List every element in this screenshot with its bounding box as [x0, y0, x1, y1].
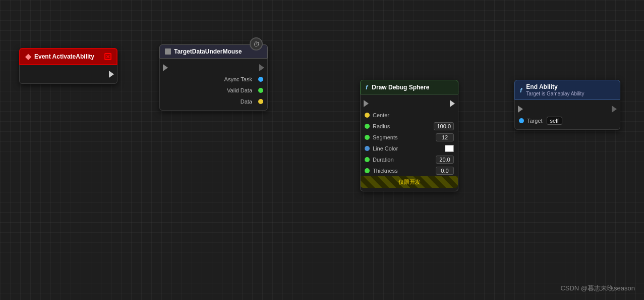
node-end-ability[interactable]: f End Ability Target is Gameplay Ability… — [514, 80, 620, 130]
sphere-exec-row — [361, 97, 458, 110]
node-event-title: Event ActivateAbility — [34, 53, 94, 60]
target-pin[interactable] — [519, 118, 524, 123]
thickness-label: Thickness — [373, 168, 398, 174]
node-sphere-body: Center Radius 100.0 Segments 12 Line Col… — [360, 94, 458, 191]
node-sphere-title: Draw Debug Sphere — [372, 84, 429, 91]
target-exec-in[interactable] — [160, 64, 168, 71]
watermark: CSDN @暮志未晚season — [560, 284, 635, 293]
center-pin[interactable] — [365, 113, 370, 118]
thickness-pin-row: Thickness 0.0 — [361, 165, 458, 176]
radius-pin-row: Radius 100.0 — [361, 121, 458, 132]
exec-out-arrow-outline — [259, 64, 264, 71]
node-end-body: Target self — [514, 100, 620, 130]
target-exec-out[interactable] — [259, 64, 267, 71]
node-target-body: Async Task Valid Data Data — [159, 59, 268, 111]
sphere-exec-out-arrow — [450, 100, 455, 107]
node-event-activate-ability[interactable]: ◆ Event ActivateAbility — [19, 48, 118, 84]
end-func-icon: f — [520, 86, 522, 94]
segments-pin-row: Segments 12 — [361, 132, 458, 143]
event-diamond-icon: ◆ — [25, 52, 31, 61]
data-pin-row: Data — [160, 96, 267, 107]
clock-badge: ⏱ — [250, 37, 263, 51]
radius-value[interactable]: 100.0 — [434, 122, 454, 130]
duration-pin-row: Duration 20.0 — [361, 154, 458, 165]
segments-pin[interactable] — [365, 135, 370, 140]
node-end-header: f End Ability Target is Gameplay Ability — [514, 80, 620, 100]
node-draw-debug-sphere[interactable]: f Draw Debug Sphere Center Radius 100.0 … — [360, 80, 458, 191]
center-label: Center — [373, 112, 389, 118]
thickness-pin[interactable] — [365, 168, 370, 173]
node-end-title: End Ability — [526, 83, 584, 90]
end-exec-in[interactable] — [515, 106, 523, 113]
valid-data-label: Valid Data — [227, 87, 252, 93]
event-exec-out[interactable] — [109, 71, 117, 78]
target-exec-row — [160, 62, 267, 74]
thickness-value[interactable]: 0.0 — [436, 167, 454, 175]
node-end-subtitle: Target is Gameplay Ability — [526, 91, 584, 96]
dev-banner-text: 仅限开发 — [398, 179, 421, 185]
linecolor-pin-row: Line Color — [361, 143, 458, 154]
data-label: Data — [241, 98, 252, 105]
radius-pin[interactable] — [365, 124, 370, 129]
sphere-exec-in-arrow — [364, 100, 369, 107]
node-target-title: TargetDataUnderMouse — [174, 48, 242, 55]
sphere-exec-in[interactable] — [361, 100, 369, 107]
async-task-pin[interactable] — [258, 77, 263, 82]
sphere-exec-out[interactable] — [450, 100, 458, 107]
target-value[interactable]: self — [547, 117, 562, 125]
duration-label: Duration — [373, 157, 394, 163]
sphere-func-icon: f — [366, 83, 368, 91]
valid-data-pin[interactable] — [258, 88, 263, 93]
event-exec-row — [20, 68, 117, 80]
async-task-pin-row: Async Task — [160, 74, 267, 85]
duration-pin[interactable] — [365, 157, 370, 162]
node-target-data-under-mouse[interactable]: ⏱ TargetDataUnderMouse Async Task Valid … — [159, 44, 268, 111]
target-label: Target — [527, 118, 543, 124]
watermark-text: CSDN @暮志未晚season — [560, 284, 635, 292]
center-pin-row: Center — [361, 110, 458, 121]
duration-value[interactable]: 20.0 — [436, 156, 454, 164]
target-node-icon — [165, 48, 171, 55]
linecolor-label: Line Color — [373, 145, 398, 152]
canvas-background — [0, 0, 644, 300]
async-task-label: Async Task — [224, 76, 252, 82]
node-sphere-header: f Draw Debug Sphere — [360, 80, 458, 94]
end-exec-out-arrow — [612, 106, 617, 113]
end-exec-in-arrow — [518, 106, 523, 113]
valid-data-pin-row: Valid Data — [160, 85, 267, 96]
segments-value[interactable]: 12 — [436, 133, 454, 141]
target-pin-row: Target self — [515, 115, 620, 126]
event-close-icon[interactable] — [104, 53, 111, 60]
dev-only-banner: 仅限开发 — [361, 176, 458, 188]
end-exec-out[interactable] — [612, 106, 620, 113]
end-exec-row — [515, 103, 620, 115]
linecolor-swatch[interactable] — [445, 145, 454, 152]
segments-label: Segments — [373, 134, 398, 140]
data-pin[interactable] — [258, 99, 263, 104]
exec-out-arrow — [109, 71, 114, 78]
linecolor-pin[interactable] — [365, 146, 370, 151]
radius-label: Radius — [373, 123, 390, 129]
exec-in-arrow — [163, 64, 168, 71]
node-event-header: ◆ Event ActivateAbility — [19, 48, 118, 65]
node-event-body — [19, 65, 118, 84]
